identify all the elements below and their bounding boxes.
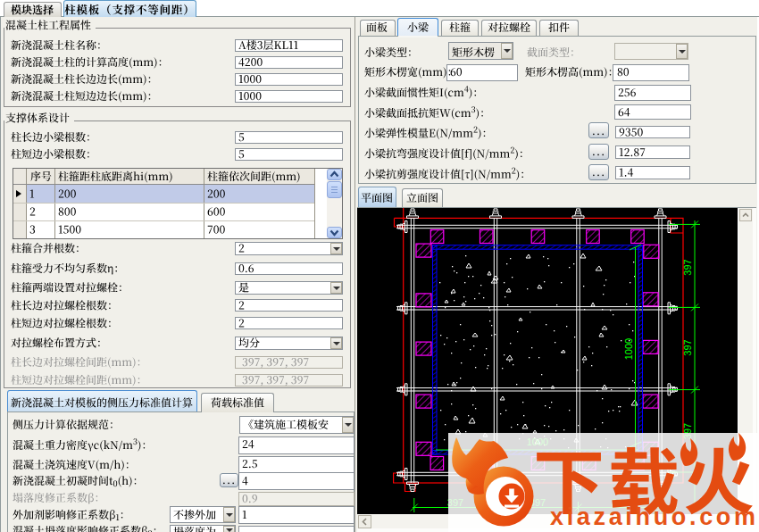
svg-text:xiazaihuo.com: xiazaihuo.com: [550, 503, 755, 530]
